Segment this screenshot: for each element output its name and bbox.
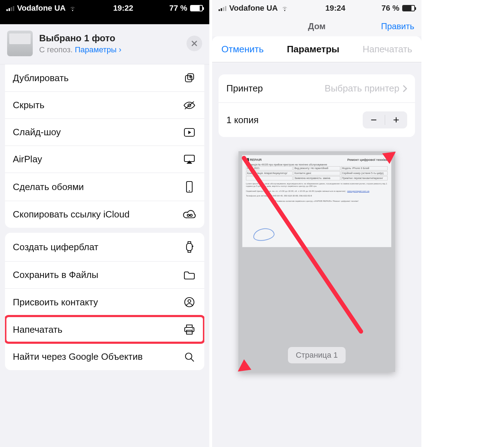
actions-group-1: ДублироватьСкрытьСлайд-шоуAirPlayСделать… <box>5 64 204 228</box>
selection-subtitle: С геопоз. Параметры › <box>39 45 180 54</box>
svg-point-16 <box>192 328 193 330</box>
action-label: AirPlay <box>13 154 182 165</box>
action-phone-frame[interactable]: Сделать обоями <box>5 173 204 201</box>
svg-rect-15 <box>187 330 192 334</box>
airplay-icon <box>182 154 196 165</box>
action-airplay[interactable]: AirPlay <box>5 146 204 173</box>
status-time: 19:22 <box>113 4 133 13</box>
close-button[interactable] <box>187 36 202 51</box>
carrier-label: Vodafone UA <box>229 4 278 13</box>
printer-label: Принтер <box>226 83 263 94</box>
action-label: Сохранить в Файлы <box>13 269 182 280</box>
action-cloud-link[interactable]: Скопировать ссылку iCloud <box>5 201 204 228</box>
printer-row[interactable]: Принтер Выбрать принтер <box>219 74 415 102</box>
share-sheet-header: Выбрано 1 фото С геопоз. Параметры › <box>0 24 209 64</box>
action-printer[interactable]: Напечатать <box>5 316 204 343</box>
battery-percent: 76 % <box>382 4 399 13</box>
action-label: Присвоить контакту <box>13 297 182 308</box>
action-label: Скрыть <box>13 100 182 111</box>
action-folder[interactable]: Сохранить в Файлы <box>5 261 204 288</box>
status-bar: Vodafone UA 19:22 77 % <box>0 0 209 16</box>
duplicate-icon <box>182 72 196 84</box>
print-sheet-nav: Отменить Параметры Напечатать <box>212 36 421 62</box>
underlying-nav: Дом Править <box>212 16 421 36</box>
action-contact[interactable]: Присвоить контакту <box>5 288 204 316</box>
phone-frame-icon <box>182 181 196 193</box>
print-button[interactable]: Напечатать <box>363 44 412 55</box>
page-indicator: Страница 1 <box>288 347 346 363</box>
cellular-signal-icon <box>219 5 226 11</box>
action-label: Дублировать <box>13 73 182 84</box>
share-sheet-screen: Vodafone UA 19:22 77 % Выбрано 1 фото С … <box>0 0 209 447</box>
printer-value: Выбрать принтер <box>325 83 399 94</box>
action-label: Скопировать ссылку iCloud <box>13 209 182 220</box>
stepper-minus-button[interactable]: − <box>363 111 385 128</box>
wifi-icon <box>68 5 77 11</box>
selection-title: Выбрано 1 фото <box>39 33 180 44</box>
underlying-edit-button[interactable]: Править <box>381 21 414 31</box>
action-label: Сделать обоями <box>13 182 182 193</box>
svg-point-12 <box>188 300 191 303</box>
action-eye-off[interactable]: Скрыть <box>5 91 204 119</box>
action-label: Создать циферблат <box>13 242 182 253</box>
battery-icon <box>190 5 203 11</box>
stamp-icon <box>252 227 275 242</box>
printer-icon <box>182 324 196 335</box>
action-watch[interactable]: Создать циферблат <box>5 233 204 261</box>
battery-percent: 77 % <box>169 4 187 13</box>
svg-rect-10 <box>193 246 193 247</box>
print-options-screen: Vodafone UA 19:24 76 % Дом Править Отмен… <box>212 0 421 447</box>
chevron-right-icon <box>403 85 407 92</box>
print-settings: Принтер Выбрать принтер 1 копия − + <box>219 74 415 137</box>
stepper-plus-button[interactable]: + <box>385 111 407 128</box>
print-preview[interactable]: 📱REPAIRРемонт цифрової техніки Квитанція… <box>238 151 395 372</box>
cloud-link-icon <box>182 210 196 219</box>
copies-row: 1 копия − + <box>219 102 415 137</box>
document-content: 📱REPAIRРемонт цифрової техніки Квитанція… <box>242 155 392 247</box>
actions-group-2: Создать циферблатСохранить в ФайлыПрисво… <box>5 233 204 370</box>
watch-icon <box>182 241 196 253</box>
action-label: Напечатать <box>13 324 182 335</box>
underlying-title: Дом <box>308 21 326 31</box>
search-icon <box>182 352 196 362</box>
wifi-icon <box>280 5 289 11</box>
cellular-signal-icon <box>6 5 14 11</box>
action-play-rect[interactable]: Слайд-шоу <box>5 119 204 146</box>
selected-photo-thumbnail[interactable] <box>7 31 33 56</box>
status-time: 19:24 <box>325 4 345 13</box>
svg-rect-9 <box>187 243 192 251</box>
status-bar: Vodafone UA 19:24 76 % <box>212 0 421 16</box>
action-duplicate[interactable]: Дублировать <box>5 64 204 91</box>
cancel-button[interactable]: Отменить <box>221 44 264 55</box>
eye-off-icon <box>182 100 196 110</box>
contact-icon <box>182 296 196 308</box>
action-label: Найти через Google Объектив <box>13 351 182 362</box>
carrier-label: Vodafone UA <box>17 4 65 13</box>
options-link[interactable]: Параметры › <box>75 45 121 54</box>
copies-stepper: − + <box>363 111 407 128</box>
action-search[interactable]: Найти через Google Объектив <box>5 343 204 370</box>
sheet-title: Параметры <box>287 44 340 55</box>
folder-icon <box>182 270 196 280</box>
svg-point-6 <box>189 190 190 191</box>
copies-label: 1 копия <box>226 115 259 126</box>
play-rect-icon <box>182 127 196 137</box>
svg-rect-0 <box>185 75 192 82</box>
action-label: Слайд-шоу <box>13 127 182 138</box>
battery-icon <box>402 5 415 11</box>
